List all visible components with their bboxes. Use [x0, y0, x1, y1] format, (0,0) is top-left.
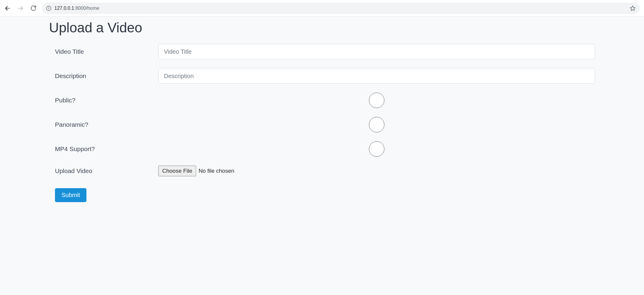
- form-row-public: Public?: [49, 93, 595, 108]
- url-text: 127.0.0.1:8000/home: [54, 6, 99, 11]
- svg-point-4: [49, 7, 49, 7]
- browser-toolbar: 127.0.0.1:8000/home: [0, 0, 644, 17]
- mp4-support-label: MP4 Support?: [55, 145, 158, 153]
- description-label: Description: [55, 72, 158, 80]
- address-bar[interactable]: 127.0.0.1:8000/home: [42, 3, 640, 14]
- mp4-support-radio-wrapper: [158, 141, 595, 157]
- public-radio[interactable]: [369, 93, 384, 108]
- choose-file-button[interactable]: Choose File: [158, 166, 196, 176]
- description-wrapper: [158, 68, 595, 84]
- bookmark-star-icon[interactable]: [630, 5, 636, 11]
- page-title: Upload a Video: [49, 17, 595, 44]
- url-host: 127.0.0.1: [54, 6, 74, 11]
- video-title-label: Video Title: [55, 48, 158, 55]
- form-row-panoramic: Panoramic?: [49, 117, 595, 132]
- panoramic-radio-wrapper: [158, 117, 595, 132]
- forward-button[interactable]: [17, 5, 24, 12]
- upload-video-label: Upload Video: [55, 167, 158, 175]
- public-radio-wrapper: [158, 93, 595, 108]
- video-title-wrapper: [158, 44, 595, 59]
- form-row-mp4-support: MP4 Support?: [49, 141, 595, 157]
- back-button[interactable]: [4, 5, 11, 12]
- mp4-support-radio[interactable]: [369, 141, 384, 157]
- file-status-text: No file chosen: [198, 168, 234, 174]
- form-row-description: Description: [49, 68, 595, 84]
- page-content: Upload a Video Video Title Description P…: [0, 17, 644, 295]
- reload-button[interactable]: [30, 5, 37, 11]
- panoramic-label: Panoramic?: [55, 121, 158, 128]
- form-row-video-title: Video Title: [49, 44, 595, 59]
- file-input-wrapper: Choose File No file chosen: [158, 166, 595, 176]
- form-row-upload-video: Upload Video Choose File No file chosen: [49, 166, 595, 176]
- nav-buttons: [4, 5, 37, 12]
- submit-button[interactable]: Submit: [55, 188, 86, 202]
- panoramic-radio[interactable]: [369, 117, 384, 132]
- url-port-path: :8000/home: [74, 6, 100, 11]
- info-icon[interactable]: [46, 6, 51, 11]
- description-input[interactable]: [158, 68, 595, 84]
- upload-form: Video Title Description Public? Panorami…: [49, 44, 595, 202]
- video-title-input[interactable]: [158, 44, 595, 59]
- svg-marker-5: [630, 6, 635, 10]
- public-label: Public?: [55, 97, 158, 104]
